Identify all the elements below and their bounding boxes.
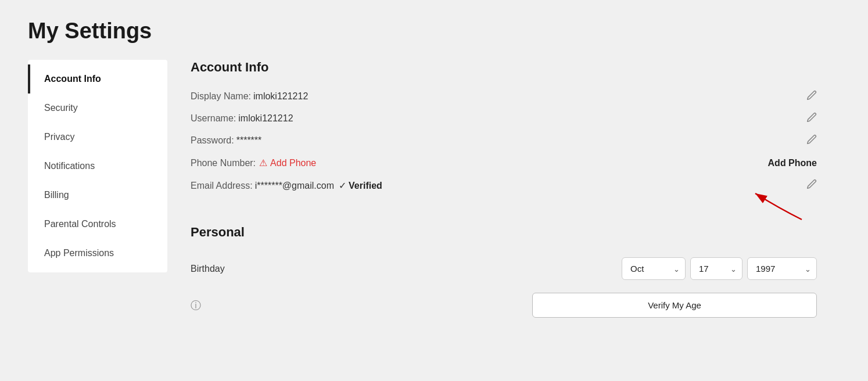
add-phone-link[interactable]: ⚠ Add Phone: [259, 157, 316, 168]
display-name-row: Display Name: imloki121212: [191, 85, 817, 107]
month-select-wrapper: Jan Feb Mar Apr May Jun Jul Aug Sep Oct: [622, 257, 686, 280]
account-info-title: Account Info: [191, 60, 817, 75]
phone-label: Phone Number:: [191, 158, 256, 168]
verified-checkmark: ✓: [339, 180, 346, 191]
sidebar-item-account-info[interactable]: Account Info: [28, 64, 167, 94]
sidebar-item-privacy[interactable]: Privacy: [28, 123, 167, 152]
sidebar-item-app-permissions[interactable]: App Permissions: [28, 239, 167, 268]
verify-age-row: ⓘ Verify My Age: [191, 287, 817, 324]
warning-icon: ⚠: [259, 157, 267, 168]
email-edit-icon[interactable]: [806, 179, 817, 192]
birthday-year-select[interactable]: 1990199119921993 1994199519961997 199819…: [747, 257, 817, 280]
username-label: Username:: [191, 113, 236, 124]
verify-age-button[interactable]: Verify My Age: [532, 293, 817, 318]
email-value: i*******@gmail.com: [255, 181, 334, 191]
verified-text: Verified: [349, 181, 382, 191]
birthday-selects: Jan Feb Mar Apr May Jun Jul Aug Sep Oct: [622, 257, 817, 280]
display-name-label: Display Name:: [191, 91, 251, 102]
password-label: Password:: [191, 135, 234, 146]
sidebar-item-notifications[interactable]: Notifications: [28, 152, 167, 181]
sidebar-item-billing[interactable]: Billing: [28, 181, 167, 210]
birthday-month-select[interactable]: Jan Feb Mar Apr May Jun Jul Aug Sep Oct: [622, 257, 686, 280]
year-select-wrapper: 1990199119921993 1994199519961997 199819…: [747, 257, 817, 280]
email-label: Email Address:: [191, 181, 253, 191]
password-edit-icon[interactable]: [806, 134, 817, 148]
password-value: *******: [236, 135, 262, 146]
main-content: Account Info Display Name: imloki121212 …: [167, 60, 840, 324]
phone-row: Phone Number: ⚠ Add Phone Add Phone: [191, 152, 817, 174]
birthday-day-select[interactable]: 12345 678910 1112131415 1617181920 21222…: [690, 257, 743, 280]
personal-section-title: Personal: [191, 225, 817, 240]
sidebar: Account Info Security Privacy Notificati…: [28, 60, 167, 272]
email-row: Email Address: i*******@gmail.com ✓ Veri…: [191, 174, 817, 197]
birthday-row: Birthday Jan Feb Mar Apr May Jun Jul: [191, 250, 817, 287]
add-phone-right-button[interactable]: Add Phone: [768, 158, 817, 168]
password-row: Password: *******: [191, 130, 817, 152]
account-info-section: Account Info Display Name: imloki121212 …: [191, 60, 817, 197]
personal-section: Personal Birthday Jan Feb Mar Apr May Ju…: [191, 225, 817, 324]
sidebar-item-parental-controls[interactable]: Parental Controls: [28, 210, 167, 239]
help-icon[interactable]: ⓘ: [191, 299, 201, 312]
display-name-value: imloki121212: [253, 91, 308, 102]
page-title: My Settings: [28, 19, 840, 44]
birthday-label: Birthday: [191, 264, 307, 274]
sidebar-item-security[interactable]: Security: [28, 94, 167, 123]
day-select-wrapper: 12345 678910 1112131415 1617181920 21222…: [690, 257, 743, 280]
username-edit-icon[interactable]: [806, 112, 817, 125]
red-arrow-annotation: [749, 190, 808, 222]
display-name-edit-icon[interactable]: [806, 90, 817, 103]
username-row: Username: imloki121212: [191, 107, 817, 130]
add-phone-text: Add Phone: [270, 158, 316, 168]
username-value: imloki121212: [238, 113, 293, 124]
